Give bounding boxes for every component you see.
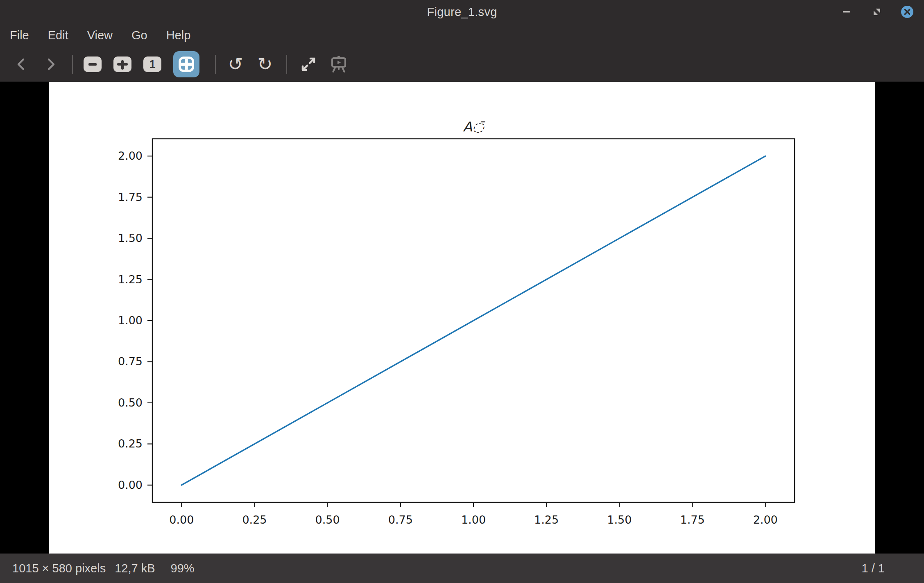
x-tick-label: 1.75 xyxy=(680,513,704,526)
plot-line xyxy=(181,156,765,485)
x-tick-label: 1.00 xyxy=(461,513,486,526)
plot-title: A◌̄ xyxy=(463,119,485,135)
chevron-right-icon xyxy=(45,57,57,72)
menu-go[interactable]: Go xyxy=(131,29,147,42)
window-title: Figure_1.svg xyxy=(427,5,497,19)
minimize-button[interactable] xyxy=(840,5,854,19)
menu-file[interactable]: File xyxy=(10,29,29,42)
best-fit-button[interactable] xyxy=(173,51,199,77)
image-canvas: 0.000.250.500.751.001.251.501.752.000.00… xyxy=(49,82,875,554)
y-tick-label: 0.50 xyxy=(118,396,143,409)
previous-image-button[interactable] xyxy=(11,51,32,77)
window-controls xyxy=(840,0,914,24)
titlebar: Figure_1.svg xyxy=(0,0,924,24)
y-tick-label: 1.00 xyxy=(118,314,143,327)
statusbar: 1015 × 580 pixels 12,7 kB 99% 1 / 1 xyxy=(0,554,924,583)
toolbar-separator xyxy=(286,55,287,74)
minimize-icon xyxy=(843,11,850,13)
menu-help[interactable]: Help xyxy=(166,29,191,42)
y-tick-label: 1.75 xyxy=(118,191,143,203)
file-size: 12,7 kB xyxy=(115,562,155,575)
image-dimensions: 1015 × 580 pixels xyxy=(12,562,106,575)
image-viewer-window: Figure_1.svg File Edi xyxy=(0,0,924,583)
zoom-in-button[interactable] xyxy=(113,56,131,72)
rotate-ccw-icon: ↺ xyxy=(228,55,243,73)
zoom-in-icon xyxy=(117,59,128,70)
x-tick-label: 0.00 xyxy=(169,513,194,526)
chevron-left-icon xyxy=(15,57,27,72)
toolbar-separator xyxy=(215,55,216,74)
x-tick-label: 0.50 xyxy=(315,513,340,526)
y-tick-label: 1.50 xyxy=(118,232,143,244)
restore-button[interactable] xyxy=(870,5,884,19)
figure-plot: 0.000.250.500.751.001.251.501.752.000.00… xyxy=(49,82,875,554)
restore-icon xyxy=(872,7,881,16)
toolbar-separator xyxy=(72,55,73,74)
y-tick-label: 0.00 xyxy=(118,479,143,491)
zoom-out-button[interactable] xyxy=(84,56,102,72)
y-tick-label: 1.25 xyxy=(118,273,143,286)
y-tick-label: 0.75 xyxy=(118,355,143,368)
x-tick-label: 0.25 xyxy=(242,513,267,526)
x-tick-label: 0.75 xyxy=(388,513,413,526)
fullscreen-button[interactable] xyxy=(298,51,319,77)
rotate-counterclockwise-button[interactable]: ↺ xyxy=(225,51,246,77)
menu-view[interactable]: View xyxy=(87,29,113,42)
y-tick-label: 0.25 xyxy=(118,437,143,450)
status-left: 1015 × 580 pixels 12,7 kB 99% xyxy=(12,562,195,575)
close-icon xyxy=(901,5,914,18)
image-view-area: 0.000.250.500.751.001.251.501.752.000.00… xyxy=(0,82,924,554)
fullscreen-icon xyxy=(300,56,317,73)
best-fit-icon xyxy=(178,56,195,73)
x-tick-label: 2.00 xyxy=(753,513,778,526)
zoom-out-icon xyxy=(87,59,98,70)
toolbar: 1 ↺ ↻ xyxy=(0,47,924,82)
zoom-original-icon: 1 xyxy=(149,59,155,70)
page-indicator: 1 / 1 xyxy=(862,562,885,575)
slideshow-icon xyxy=(329,55,348,74)
zoom-original-button[interactable]: 1 xyxy=(143,56,161,72)
x-tick-label: 1.25 xyxy=(534,513,559,526)
zoom-level: 99% xyxy=(171,562,195,575)
close-button[interactable] xyxy=(900,5,914,19)
rotate-clockwise-button[interactable]: ↻ xyxy=(254,51,276,77)
menu-edit[interactable]: Edit xyxy=(48,29,68,42)
next-image-button[interactable] xyxy=(40,51,61,77)
y-tick-label: 2.00 xyxy=(118,149,143,162)
rotate-cw-icon: ↻ xyxy=(258,55,273,73)
menubar: File Edit View Go Help xyxy=(0,24,924,47)
slideshow-button xyxy=(328,51,349,77)
x-tick-label: 1.50 xyxy=(607,513,632,526)
